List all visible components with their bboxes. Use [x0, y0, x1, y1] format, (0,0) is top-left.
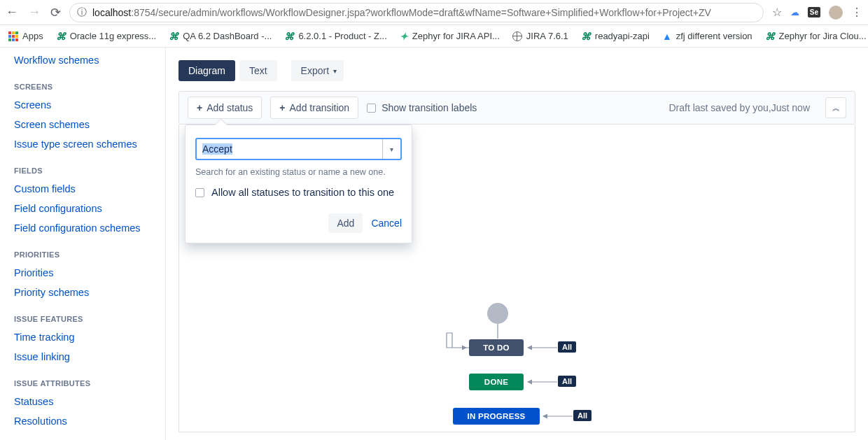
sidebar-item-time-tracking[interactable]: Time tracking — [14, 327, 151, 347]
bookmark-apps[interactable]: Apps — [8, 31, 43, 41]
zephyr-icon: ⌘ — [56, 31, 66, 42]
zephyr-icon: ⌘ — [765, 31, 775, 42]
tab-text[interactable]: Text — [239, 60, 277, 81]
designer-toolbar: + Add status + Add transition Show trans… — [178, 91, 855, 125]
reload-button[interactable]: ⟳ — [50, 5, 61, 20]
chevron-down-icon: ▾ — [333, 67, 337, 75]
sidebar-item-issue-linking[interactable]: Issue linking — [14, 347, 151, 367]
status-node-done[interactable]: DONE — [469, 374, 524, 390]
zephyr-icon: ⌘ — [169, 31, 178, 42]
sidebar-head-screens: SCREENS — [14, 70, 151, 95]
collapse-panel-button[interactable]: ︽ — [825, 97, 846, 118]
sidebar-item-issue-type-screen-schemes[interactable]: Issue type screen schemes — [14, 134, 151, 154]
sidebar-item-priority-schemes[interactable]: Priority schemes — [14, 283, 151, 302]
bookmark-jira[interactable]: JIRA 7.6.1 — [512, 31, 568, 41]
popover-cancel-link[interactable]: Cancel — [371, 218, 402, 229]
selenium-extension-icon[interactable]: Se — [808, 7, 820, 17]
sidebar-item-priorities[interactable]: Priorities — [14, 263, 151, 283]
zephyr-icon: ⌘ — [284, 31, 294, 42]
start-node[interactable] — [487, 303, 508, 324]
address-bar[interactable]: ⓘ localhost:8754/secure/admin/workflows/… — [69, 3, 764, 22]
zephyr-icon: ⌘ — [581, 31, 591, 42]
workflow-canvas[interactable]: Accept ▾ Search for an existing status o… — [178, 125, 855, 432]
bookmark-zephyr-api[interactable]: ✦Zephyr for JIRA API... — [400, 31, 500, 42]
bookmarks-bar: Apps ⌘Oracle 11g express... ⌘QA 6.2 Dash… — [0, 25, 868, 48]
site-info-icon[interactable]: ⓘ — [77, 6, 87, 19]
bookmark-star-icon[interactable]: ☆ — [772, 6, 782, 19]
draft-status-text: Draft last saved by you,Just now — [668, 102, 810, 113]
bookmark-zfj[interactable]: ▲zfj different version — [662, 31, 752, 42]
forward-button[interactable]: → — [28, 5, 41, 20]
status-help-text: Search for an existing status or name a … — [195, 167, 402, 177]
url-path: :8754/secure/admin/workflows/WorkflowDes… — [131, 7, 711, 18]
globe-icon — [512, 31, 522, 41]
bookmark-qa[interactable]: ⌘QA 6.2 DashBoard -... — [169, 31, 272, 42]
sidebar-head-fields: FIELDS — [14, 154, 151, 179]
sidebar-head-issue-attrs: ISSUE ATTRIBUTES — [14, 367, 151, 392]
sidebar-item-screens[interactable]: Screens — [14, 95, 151, 115]
all-badge-todo[interactable]: All — [558, 341, 576, 353]
profile-avatar[interactable] — [829, 6, 843, 20]
add-transition-button[interactable]: + Add transition — [270, 97, 358, 119]
popover-add-button[interactable]: Add — [328, 213, 363, 233]
tab-diagram[interactable]: Diagram — [178, 60, 235, 81]
sidebar-head-priorities: PRIORITIES — [14, 238, 151, 263]
bookmark-oracle[interactable]: ⌘Oracle 11g express... — [56, 31, 157, 42]
browser-toolbar: ← → ⟳ ⓘ localhost:8754/secure/admin/work… — [0, 0, 868, 25]
sidebar-item-field-config-schemes[interactable]: Field configuration schemes — [14, 218, 151, 238]
sidebar-head-issue-features: ISSUE FEATURES — [14, 302, 151, 327]
export-button[interactable]: Export ▾ — [291, 60, 344, 81]
sidebar-item-custom-fields[interactable]: Custom fields — [14, 179, 151, 199]
sidebar-item-workflow-schemes[interactable]: Workflow schemes — [14, 50, 151, 70]
atlassian-icon: ▲ — [662, 31, 672, 42]
chevron-down-icon: ▾ — [390, 146, 393, 153]
bookmark-readyapi[interactable]: ⌘readyapi-zapi — [581, 31, 650, 42]
all-badge-done[interactable]: All — [558, 376, 576, 387]
double-chevron-up-icon: ︽ — [832, 105, 840, 111]
admin-sidebar: Workflow schemes SCREENS Screens Screen … — [0, 48, 166, 440]
back-button[interactable]: ← — [6, 5, 18, 20]
sidebar-item-resolutions[interactable]: Resolutions — [14, 411, 151, 431]
status-node-todo[interactable]: TO DO — [469, 339, 524, 356]
sidebar-item-statuses[interactable]: Statuses — [14, 392, 151, 411]
status-name-input[interactable]: Accept — [197, 139, 382, 159]
sidebar-item-screen-schemes[interactable]: Screen schemes — [14, 115, 151, 134]
sidebar-item-field-configs[interactable]: Field configurations — [14, 199, 151, 218]
add-status-popover: Accept ▾ Search for an existing status o… — [185, 125, 412, 243]
apps-icon — [8, 31, 18, 41]
checkbox-icon[interactable] — [195, 188, 204, 197]
bookmark-zcloud[interactable]: ⌘Zephyr for Jira Clou... — [765, 31, 867, 42]
combo-dropdown-button[interactable]: ▾ — [382, 139, 400, 159]
all-badge-in-progress[interactable]: All — [573, 410, 592, 421]
zephyr-icon: ✦ — [400, 31, 408, 42]
chrome-menu-icon[interactable]: ⋮ — [851, 6, 862, 19]
checkbox-icon[interactable] — [367, 104, 376, 113]
extension-icon[interactable]: ☁ — [790, 7, 799, 17]
status-name-combo[interactable]: Accept ▾ — [195, 138, 402, 160]
workflow-designer: Diagram Text Export ▾ + Add status + Add… — [166, 48, 868, 440]
bookmark-product[interactable]: ⌘6.2.0.1 - Product - Z... — [284, 31, 386, 42]
url-host: localhost — [92, 7, 131, 18]
allow-all-transitions-check[interactable]: Allow all statuses to transition to this… — [195, 187, 402, 198]
plus-icon: + — [279, 102, 285, 113]
show-transition-labels-check[interactable]: Show transition labels — [367, 102, 477, 113]
add-status-button[interactable]: + Add status — [188, 97, 262, 119]
plus-icon: + — [197, 102, 202, 113]
status-node-in-progress[interactable]: IN PROGRESS — [453, 408, 540, 425]
